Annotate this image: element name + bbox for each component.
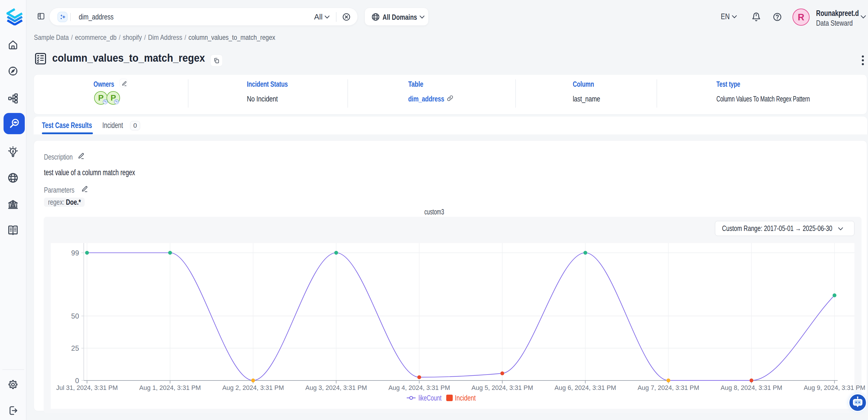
svg-text:Aug 6, 2024, 3:31 PM: Aug 6, 2024, 3:31 PM xyxy=(555,384,616,391)
svg-text:0: 0 xyxy=(75,377,79,385)
svg-text:Aug 2, 2024, 3:31 PM: Aug 2, 2024, 3:31 PM xyxy=(222,384,284,391)
svg-text:likeCount: likeCount xyxy=(418,393,442,402)
svg-text:99: 99 xyxy=(71,249,79,257)
svg-text:Aug 5, 2024, 3:31 PM: Aug 5, 2024, 3:31 PM xyxy=(472,384,533,391)
svg-text:Jul 31, 2024, 3:31 PM: Jul 31, 2024, 3:31 PM xyxy=(56,384,118,391)
svg-text:Aug 4, 2024, 3:31 PM: Aug 4, 2024, 3:31 PM xyxy=(389,384,450,391)
svg-text:Aug 7, 2024, 3:31 PM: Aug 7, 2024, 3:31 PM xyxy=(638,384,699,391)
svg-text:Aug 9, 2024, 3:31 PM: Aug 9, 2024, 3:31 PM xyxy=(804,384,865,391)
svg-text:Incident: Incident xyxy=(455,393,476,402)
svg-text:Aug 1, 2024, 3:31 PM: Aug 1, 2024, 3:31 PM xyxy=(139,384,201,391)
svg-text:50: 50 xyxy=(71,312,79,320)
svg-text:25: 25 xyxy=(71,344,79,352)
svg-text:Aug 3, 2024, 3:31 PM: Aug 3, 2024, 3:31 PM xyxy=(305,384,367,391)
svg-text:Aug 8, 2024, 3:31 PM: Aug 8, 2024, 3:31 PM xyxy=(720,384,782,391)
